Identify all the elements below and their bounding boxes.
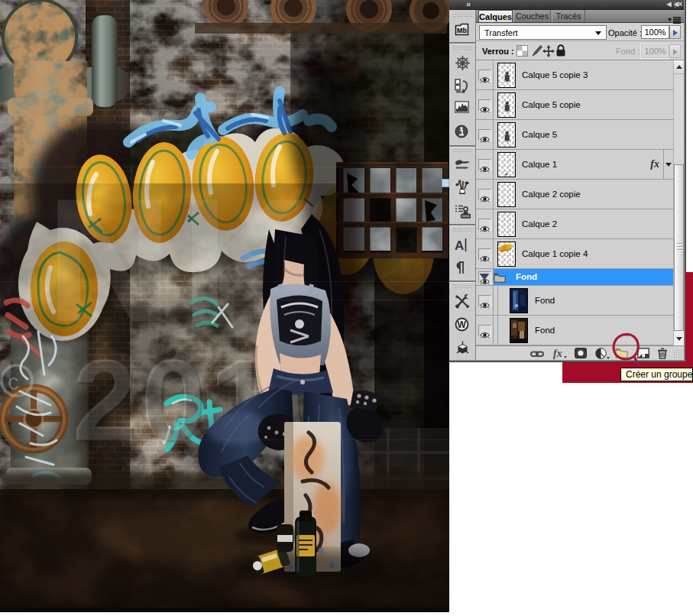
collapse-panels-icon[interactable]: ◄◄ — [665, 0, 678, 8]
visibility-cell — [476, 209, 494, 238]
layer-thumbnail[interactable] — [497, 182, 516, 207]
wacom-panel-icon[interactable]: W — [455, 317, 470, 332]
strip-drag-dots[interactable] — [452, 148, 472, 152]
fill-value-field[interactable]: 100% — [641, 44, 669, 58]
layer-name: Fond — [535, 326, 555, 335]
fx-collapse-button[interactable] — [663, 150, 673, 179]
fill-spinner-button[interactable] — [669, 44, 681, 58]
tool-presets-panel-icon[interactable] — [455, 293, 470, 309]
layer-row[interactable]: Fond — [476, 316, 673, 345]
visibility-cell — [476, 239, 494, 268]
scrollbar-up-button[interactable] — [674, 60, 684, 74]
layer-thumbnail[interactable] — [497, 92, 516, 118]
layer-thumbnail[interactable] — [497, 122, 516, 148]
scroll-up-arrow-icon — [676, 65, 682, 69]
visibility-cell — [476, 60, 494, 89]
delete-layer-icon[interactable] — [657, 348, 671, 359]
new-layer-icon[interactable] — [637, 348, 651, 359]
paragraph-panel-icon[interactable] — [455, 261, 470, 277]
layer-thumbnail[interactable] — [497, 63, 516, 88]
svg-text:Mb: Mb — [457, 27, 467, 34]
layer-row[interactable]: Calque 5 — [476, 120, 673, 150]
brush-presets-panel-icon[interactable] — [455, 158, 470, 173]
link-layers-icon[interactable] — [530, 348, 544, 359]
expand-panels-icon[interactable]: » — [466, 0, 471, 8]
separator — [476, 41, 684, 41]
layer-row-group[interactable]: Fond — [476, 269, 673, 286]
layer-name: Calque 2 — [522, 219, 557, 229]
chevron-down-icon — [665, 163, 672, 167]
visibility-toggle[interactable] — [478, 295, 491, 307]
layer-style-icon[interactable]: fx — [552, 347, 566, 358]
visibility-toggle[interactable] — [478, 70, 491, 82]
visibility-toggle[interactable] — [478, 99, 491, 112]
eye-icon — [480, 162, 490, 176]
canvas-selection-handle[interactable] — [442, 179, 449, 187]
opacity-value-field[interactable]: 100% — [641, 25, 669, 39]
visibility-toggle[interactable] — [478, 189, 491, 201]
visibility-toggle[interactable] — [478, 159, 491, 171]
layer-row[interactable]: Calque 2 copie — [476, 180, 673, 209]
layer-thumbnail[interactable] — [497, 242, 516, 267]
group-indent-guide — [497, 316, 498, 345]
eye-icon — [480, 73, 490, 86]
panel-resize-grip[interactable] — [673, 349, 682, 358]
new-group-icon[interactable] — [615, 348, 629, 359]
history-panel-icon[interactable] — [455, 79, 470, 94]
svg-text:W: W — [457, 319, 466, 330]
layer-row[interactable]: Calque 2 — [476, 209, 673, 239]
blend-mode-select[interactable]: Transfert — [479, 25, 607, 40]
strip-drag-dots[interactable] — [452, 228, 472, 232]
layer-mask-icon[interactable] — [575, 348, 588, 359]
adjustment-layer-icon[interactable] — [595, 348, 609, 359]
info-panel-icon[interactable] — [455, 125, 470, 140]
strip-drag-dots[interactable] — [452, 46, 472, 50]
character-panel-icon[interactable]: A — [455, 238, 470, 253]
histogram-panel-icon[interactable] — [455, 101, 470, 116]
collapsed-panels-strip: MbAW — [449, 10, 476, 360]
lock-all-icon[interactable] — [555, 44, 568, 57]
brushes-panel-icon[interactable] — [455, 180, 470, 195]
visibility-toggle[interactable] — [478, 248, 491, 261]
strip-drag-dots[interactable] — [452, 284, 472, 288]
visibility-cell — [476, 180, 494, 209]
canvas-image: 2010 2010 NK c — [0, 0, 449, 612]
layer-name: Calque 2 copie — [522, 190, 581, 199]
mini-bridge-panel-icon[interactable]: Mb — [455, 22, 470, 37]
clone-source-panel-icon[interactable] — [455, 204, 470, 219]
layer-thumbnail[interactable] — [510, 288, 528, 313]
layer-thumbnail[interactable] — [497, 152, 516, 177]
layers-scrollbar[interactable] — [673, 60, 684, 345]
page: { "window": { "expand_chevrons": "\u00bb… — [0, 0, 693, 616]
layer-thumbnail[interactable] — [497, 212, 516, 237]
layer-row[interactable]: Calque 5 copie 3 — [476, 60, 673, 90]
lock-paint-icon[interactable] — [530, 44, 542, 57]
close-panel-icon[interactable]: × — [678, 0, 682, 8]
tab-traces[interactable]: Tracés — [552, 10, 585, 22]
layer-fx-badge: fx — [650, 158, 659, 170]
layer-row[interactable]: Calque 1 copie 4 — [476, 239, 673, 269]
3d-panel-icon[interactable] — [455, 341, 470, 356]
layer-row[interactable]: Calque 5 copie — [476, 90, 673, 120]
layer-row[interactable]: Calque 1fx — [476, 150, 673, 180]
panel-menu-icon[interactable] — [668, 13, 681, 20]
visibility-cell — [476, 316, 494, 345]
tab-couches[interactable]: Couches — [513, 10, 551, 22]
group-folder-icon — [494, 272, 506, 282]
visibility-toggle[interactable] — [478, 325, 491, 337]
layer-row[interactable]: Fond — [476, 286, 673, 316]
scrollbar-thumb[interactable] — [674, 164, 684, 331]
visibility-toggle[interactable] — [478, 219, 491, 231]
opacity-spinner-button[interactable] — [669, 25, 681, 39]
lock-transparency-icon[interactable] — [517, 45, 529, 57]
layer-thumbnail[interactable] — [510, 318, 528, 343]
navigator-panel-icon[interactable] — [455, 55, 470, 70]
tab-calques[interactable]: Calques — [478, 10, 513, 22]
visibility-cell — [476, 286, 494, 315]
lock-move-icon[interactable] — [542, 45, 555, 57]
strip-drag-dots[interactable] — [452, 13, 472, 17]
layer-name: Fond — [516, 272, 537, 281]
group-disclosure-triangle[interactable] — [480, 274, 489, 280]
scrollbar-down-button[interactable] — [674, 332, 684, 345]
visibility-toggle[interactable] — [478, 129, 491, 141]
